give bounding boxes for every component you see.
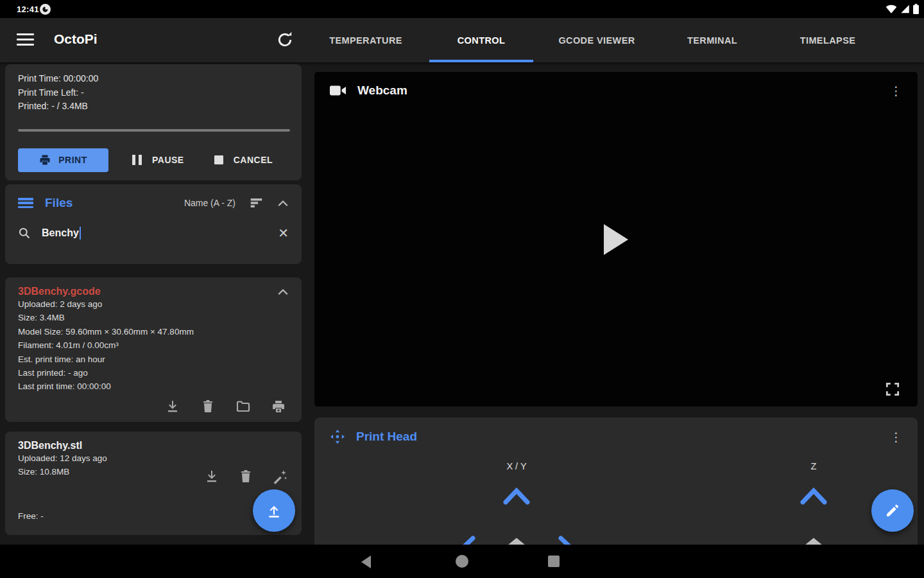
- move-axes-icon: [330, 429, 345, 444]
- pause-icon: [132, 155, 142, 165]
- tab-control[interactable]: CONTROL: [424, 18, 539, 62]
- print-progress-bar: [18, 129, 290, 132]
- download-icon: [204, 469, 219, 484]
- z-axis-label: Z: [811, 461, 817, 471]
- tab-terminal[interactable]: TERMINAL: [654, 18, 770, 62]
- jog-x-plus-button[interactable]: [558, 534, 576, 545]
- chevron-up-icon: [502, 487, 531, 505]
- webcam-menu-button[interactable]: ⋮: [890, 85, 902, 97]
- clear-search-icon[interactable]: ✕: [278, 227, 289, 240]
- edit-steps-fab[interactable]: [871, 489, 914, 532]
- back-button[interactable]: [361, 556, 371, 568]
- collapse-section-icon[interactable]: [277, 200, 289, 207]
- stl-file-name: 3DBenchy.stl: [18, 440, 289, 451]
- home-button[interactable]: [456, 555, 468, 568]
- delete-button[interactable]: [200, 399, 216, 414]
- webcam-header: Webcam ⋮: [314, 72, 918, 109]
- stl-file-card[interactable]: 3DBenchy.stl Uploaded: 12 days ago Size:…: [5, 432, 302, 535]
- recents-button[interactable]: [548, 556, 560, 567]
- gcode-file-actions: [165, 399, 286, 414]
- stl-uploaded: Uploaded: 12 days ago: [18, 451, 289, 465]
- gcode-est-print-time: Est. print time: an hour: [18, 353, 289, 366]
- search-icon: [18, 227, 31, 240]
- pause-button[interactable]: PAUSE: [126, 148, 191, 172]
- files-card: Files Name (A - Z) Benchy ✕: [5, 184, 302, 264]
- print-actions-row: PRINT PAUSE CANCEL: [18, 148, 289, 172]
- sort-order-label[interactable]: Name (A - Z): [184, 198, 235, 208]
- home-icon: [803, 537, 825, 545]
- home-icon: [506, 537, 527, 545]
- printed-progress-text: Printed: - / 3.4MB: [18, 100, 289, 114]
- video-camera-icon: [330, 85, 346, 96]
- file-search-input[interactable]: Benchy ✕: [18, 227, 289, 240]
- move-to-folder-button[interactable]: [235, 399, 251, 414]
- app-bar: OctoPi TEMPERATURE CONTROL GCODE VIEWER …: [0, 18, 924, 62]
- pencil-icon: [885, 503, 900, 518]
- magic-wand-icon: [272, 469, 287, 484]
- chevron-right-icon: [558, 534, 576, 545]
- octopi-app-screen: 12:41 OctoPi TEMPERATURE CONTROL GCODE V…: [0, 0, 924, 578]
- slice-button[interactable]: [272, 469, 287, 484]
- print-button[interactable]: PRINT: [18, 148, 108, 172]
- tab-bar: TEMPERATURE CONTROL GCODE VIEWER TERMINA…: [308, 18, 886, 62]
- chevron-up-icon: [799, 487, 828, 505]
- cellular-signal-icon: [900, 4, 910, 13]
- files-title: Files: [45, 196, 73, 210]
- refresh-icon: [276, 31, 294, 49]
- print-head-title: Print Head: [356, 430, 417, 444]
- battery-icon: [913, 4, 919, 14]
- jog-x-minus-button[interactable]: [458, 534, 475, 545]
- jog-z-plus-button[interactable]: [799, 487, 828, 507]
- app-title: OctoPi: [54, 31, 98, 47]
- fullscreen-button[interactable]: [884, 381, 901, 398]
- print-status-card: Print Time: 00:00:00 Print Time Left: - …: [5, 64, 302, 180]
- refresh-button[interactable]: [276, 31, 294, 49]
- home-xy-button[interactable]: [506, 537, 527, 545]
- cancel-button[interactable]: CANCEL: [208, 148, 279, 172]
- trash-icon: [200, 399, 216, 414]
- clock-text: 12:41: [17, 4, 39, 14]
- folder-icon: [235, 399, 251, 414]
- menu-icon[interactable]: [17, 33, 34, 46]
- gcode-size: Size: 3.4MB: [18, 311, 289, 324]
- chevron-left-icon: [458, 534, 475, 545]
- webcam-title: Webcam: [357, 83, 407, 98]
- gcode-file-card[interactable]: 3DBenchy.gcode Uploaded: 2 days ago Size…: [5, 277, 302, 422]
- jog-y-plus-button[interactable]: [502, 487, 531, 507]
- main-content: Print Time: 00:00:00 Print Time Left: - …: [0, 62, 924, 545]
- files-header: Files Name (A - Z): [18, 196, 289, 210]
- text-cursor: [80, 227, 81, 240]
- stop-icon: [214, 155, 223, 164]
- print-button-label: PRINT: [58, 155, 87, 165]
- android-nav-bar: [0, 545, 924, 578]
- play-stream-button[interactable]: [604, 224, 628, 255]
- collapse-file-icon[interactable]: [277, 286, 289, 298]
- tab-timelapse[interactable]: TIMELAPSE: [770, 18, 886, 62]
- print-file-button[interactable]: [271, 399, 286, 414]
- cancel-button-label: CANCEL: [234, 155, 273, 165]
- download-button[interactable]: [204, 469, 219, 484]
- print-head-card: Print Head ⋮ X / Y Z: [314, 417, 918, 545]
- upload-icon: [266, 502, 282, 519]
- status-icons: [886, 4, 919, 14]
- android-status-bar: 12:41: [0, 0, 924, 18]
- home-z-button[interactable]: [803, 537, 825, 545]
- stl-file-actions: [204, 469, 287, 484]
- xy-axis-label: X / Y: [506, 461, 526, 471]
- search-query-text: Benchy: [42, 227, 79, 239]
- print-head-header: Print Head ⋮: [314, 417, 918, 456]
- print-head-menu-button[interactable]: ⋮: [890, 431, 902, 443]
- delete-button[interactable]: [238, 469, 253, 484]
- tab-temperature[interactable]: TEMPERATURE: [308, 18, 424, 62]
- gcode-last-printed: Last printed: - ago: [18, 366, 289, 380]
- upload-file-fab[interactable]: [253, 489, 295, 532]
- download-button[interactable]: [165, 399, 180, 414]
- tab-gcode-viewer[interactable]: GCODE VIEWER: [539, 18, 654, 62]
- gcode-uploaded: Uploaded: 2 days ago: [18, 297, 289, 311]
- pause-button-label: PAUSE: [152, 155, 184, 165]
- gcode-last-print-time: Last print time: 00:00:00: [18, 380, 289, 393]
- fullscreen-icon: [884, 381, 901, 398]
- sort-icon[interactable]: [250, 197, 263, 209]
- free-space-text: Free: -: [18, 511, 44, 521]
- wifi-icon: [886, 4, 897, 13]
